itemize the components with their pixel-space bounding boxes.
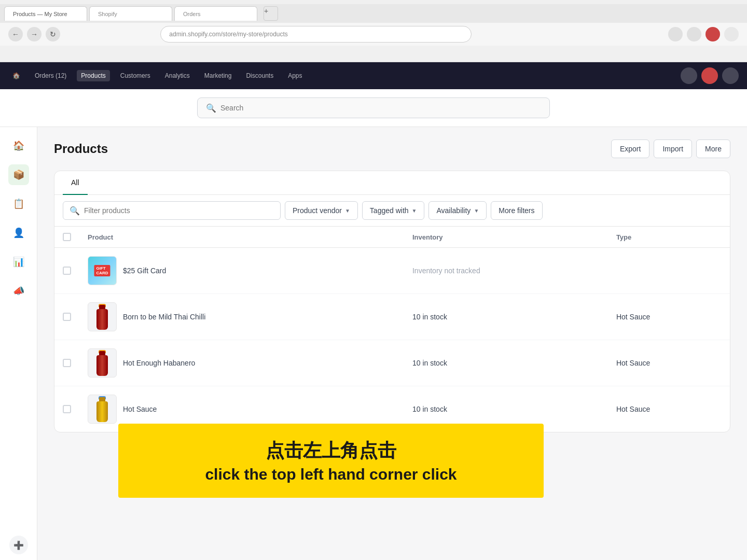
table-row: GIFT CARD $25 Gift Card Inventory not tr… [54, 248, 730, 294]
nav-item-marketing[interactable]: Marketing [200, 70, 236, 81]
bottle-visual-3 [95, 350, 109, 376]
browser-nav: ← → ↻ admin.shopify.com/store/my-store/p… [0, 23, 747, 46]
address-bar[interactable]: admin.shopify.com/store/my-store/product… [160, 26, 472, 43]
product-type-4: Hot Sauce [616, 405, 650, 413]
product-name-2[interactable]: Born to be Mild Thai Chilli [123, 313, 205, 321]
gift-card-visual: GIFT CARD [88, 256, 116, 285]
nav-item-discounts[interactable]: Discounts [242, 70, 278, 81]
bottle-body-3 [96, 355, 108, 376]
user-avatar-browser[interactable] [706, 27, 720, 41]
product-image-3 [88, 348, 117, 377]
product-type-2: Hot Sauce [616, 313, 650, 321]
product-type-3: Hot Sauce [616, 359, 650, 367]
table-row: Hot Enough Habanero 10 in stock Hot Sauc… [54, 340, 730, 386]
nav-search-btn[interactable] [681, 67, 697, 84]
sidebar-icon-products[interactable]: 📦 [8, 164, 29, 185]
table-header: Product Inventory Type [54, 227, 730, 248]
overlay-english-text: click the top left hand corner click [137, 466, 525, 483]
sidebar-icon-marketing[interactable]: 📣 [8, 281, 29, 301]
type-cell-3: Hot Sauce [608, 340, 730, 386]
product-cell-3: Hot Enough Habanero [79, 340, 404, 386]
inventory-status-4: 10 in stock [412, 405, 447, 413]
extension-btn-2[interactable] [687, 27, 701, 41]
sidebar-icon-home[interactable]: 🏠 [8, 135, 29, 156]
filter-btn-availability[interactable]: Availability ▼ [428, 201, 487, 220]
table-body: GIFT CARD $25 Gift Card Inventory not tr… [54, 248, 730, 432]
overlay-chinese-text: 点击左上角点击 [137, 438, 525, 464]
inventory-status-3: 10 in stock [412, 359, 447, 367]
products-header: Products Export Import More [54, 139, 730, 158]
extension-btn-1[interactable] [668, 27, 683, 41]
nav-item-analytics[interactable]: Analytics [161, 70, 194, 81]
inventory-cell-1: Inventory not tracked [404, 248, 608, 294]
more-button[interactable]: More [696, 139, 730, 158]
filter-search-container: 🔍 [63, 201, 281, 220]
shopify-nav: 🏠 Orders (12) Products Customers Analyti… [0, 62, 747, 89]
import-button[interactable]: Import [654, 139, 692, 158]
refresh-button[interactable]: ↻ [46, 27, 60, 41]
nav-item-products[interactable]: Products [77, 70, 109, 81]
export-button[interactable]: Export [611, 139, 649, 158]
product-name-1[interactable]: $25 Gift Card [123, 267, 166, 275]
nav-avatar-btn[interactable] [722, 67, 739, 84]
row-checkbox-cell-1 [54, 248, 79, 294]
header-actions: Export Import More [611, 139, 730, 158]
products-card: All 🔍 Product vendor ▼ Tagged with ▼ [54, 171, 730, 432]
sidebar-icon-orders[interactable]: 📋 [8, 193, 29, 214]
sidebar-icon-analytics[interactable]: 📊 [8, 251, 29, 272]
browser-chrome: Products — My Store Shopify Orders + ← →… [0, 0, 747, 62]
select-all-header [54, 227, 79, 248]
nav-item-orders[interactable]: Orders (12) [31, 70, 71, 81]
type-cell-2: Hot Sauce [608, 294, 730, 340]
nav-user-btn[interactable] [701, 67, 718, 84]
tab-all[interactable]: All [63, 171, 88, 195]
browser-tabs: Products — My Store Shopify Orders + [0, 4, 747, 23]
filter-btn-more[interactable]: More filters [491, 201, 542, 220]
back-button[interactable]: ← [8, 27, 23, 41]
nav-item-apps[interactable]: Apps [284, 70, 306, 81]
row-checkbox-1[interactable] [63, 267, 71, 275]
chevron-down-icon: ▼ [345, 208, 350, 214]
type-cell-4: Hot Sauce [608, 386, 730, 432]
nav-item-home[interactable]: 🏠 [8, 70, 24, 81]
row-checkbox-2[interactable] [63, 313, 71, 321]
filter-search-input[interactable] [84, 206, 274, 215]
chevron-down-icon-2: ▼ [412, 208, 417, 214]
product-image-1: GIFT CARD [88, 256, 117, 285]
overlay-banner: 点击左上角点击 click the top left hand corner c… [118, 424, 544, 498]
filter-btn-vendor[interactable]: Product vendor ▼ [285, 201, 358, 220]
select-all-checkbox[interactable] [63, 233, 71, 241]
product-name-4[interactable]: Hot Sauce [123, 405, 157, 413]
new-tab-button[interactable]: + [264, 6, 278, 21]
inventory-cell-2: 10 in stock [404, 294, 608, 340]
sidebar-add-btn[interactable]: ➕ [9, 536, 28, 554]
row-checkbox-cell-2 [54, 294, 79, 340]
browser-tab-2[interactable]: Shopify [89, 6, 172, 21]
browser-tab-3[interactable]: Orders [174, 6, 257, 21]
sidebar-bottom: ➕ 👁 [9, 536, 28, 560]
main-search-input[interactable] [220, 104, 541, 112]
menu-btn[interactable] [724, 27, 739, 41]
sidebar: 🏠 📦 📋 👤 📊 📣 ➕ 👁 [0, 127, 37, 560]
inventory-cell-3: 10 in stock [404, 340, 608, 386]
product-info-1: GIFT CARD $25 Gift Card [88, 256, 396, 285]
bottle-body-4 [96, 401, 108, 422]
filter-btn-tagged[interactable]: Tagged with ▼ [362, 201, 425, 220]
type-column-header: Type [608, 227, 730, 248]
products-table: Product Inventory Type [54, 227, 730, 432]
browser-tab-active[interactable]: Products — My Store [4, 6, 87, 21]
main-search-area: 🔍 [0, 89, 747, 127]
product-image-4 [88, 395, 117, 424]
browser-actions [668, 27, 739, 41]
row-checkbox-4[interactable] [63, 405, 71, 413]
nav-item-customers[interactable]: Customers [116, 70, 155, 81]
sidebar-icon-customers[interactable]: 👤 [8, 222, 29, 243]
product-column-header: Product [79, 227, 404, 248]
type-cell-1 [608, 248, 730, 294]
address-text: admin.shopify.com/store/my-store/product… [169, 31, 288, 38]
row-checkbox-3[interactable] [63, 359, 71, 367]
product-name-3[interactable]: Hot Enough Habanero [123, 359, 195, 367]
chevron-down-icon-3: ▼ [474, 208, 479, 214]
filters-row: 🔍 Product vendor ▼ Tagged with ▼ Availab… [54, 195, 730, 227]
forward-button[interactable]: → [27, 27, 42, 41]
